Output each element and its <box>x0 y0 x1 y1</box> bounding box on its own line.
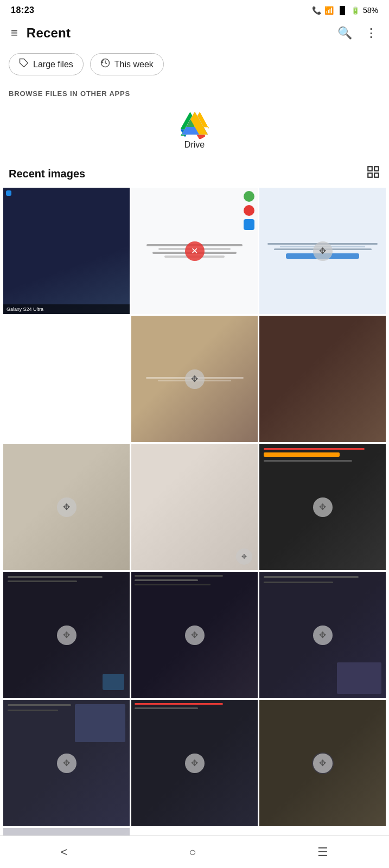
more-options-icon[interactable]: ⋮ <box>362 24 380 42</box>
status-time: 18:23 <box>11 5 34 15</box>
this-week-icon <box>100 58 110 71</box>
expand-icon-6[interactable]: ✥ <box>57 497 76 517</box>
svg-rect-10 <box>368 167 372 171</box>
image-cell-10[interactable]: ✥ <box>131 572 258 698</box>
svg-rect-13 <box>374 173 379 177</box>
expand-icon-2[interactable]: ✕ <box>185 241 205 261</box>
expand-icon-14[interactable]: ✥ <box>313 754 333 773</box>
recent-images-title: Recent images <box>9 168 85 180</box>
large-files-icon <box>19 58 29 71</box>
svg-rect-11 <box>374 167 379 171</box>
expand-icon-3[interactable]: ✥ <box>313 241 333 261</box>
image-cell-9[interactable]: ✥ <box>3 572 130 698</box>
image-cell-3[interactable]: ✥ <box>259 188 386 314</box>
top-bar: ≡ Recent 🔍 ⋮ <box>0 20 389 47</box>
recent-images-header: Recent images <box>0 155 389 188</box>
recents-button[interactable]: ☰ <box>304 841 341 864</box>
image-cell-11[interactable]: ✥ <box>259 572 386 698</box>
bottom-nav: < ○ ☰ <box>0 835 389 868</box>
battery-icon: 🔋 <box>351 7 360 15</box>
wifi-icon: 📶 <box>324 6 334 15</box>
drive-section[interactable]: Drive <box>0 101 389 155</box>
this-week-label: This week <box>114 60 154 69</box>
image-cell-5[interactable] <box>259 316 386 442</box>
signal-icon: ▐▌ <box>337 6 348 15</box>
hamburger-icon[interactable]: ≡ <box>9 24 20 42</box>
expand-icon-4[interactable]: ✥ <box>185 369 205 389</box>
expand-icon-12[interactable]: ✥ <box>57 754 76 773</box>
large-files-chip[interactable]: Large files <box>9 53 84 75</box>
expand-icon-9[interactable]: ✥ <box>57 626 76 645</box>
grid-view-icon[interactable] <box>366 165 380 182</box>
image-cell-13[interactable]: ✥ <box>131 700 258 826</box>
drive-label: Drive <box>184 140 205 150</box>
status-bar: 18:23 📞 📶 ▐▌ 🔋 58% <box>0 0 389 20</box>
image-cell-1[interactable]: Galaxy S24 Ultra <box>3 188 130 314</box>
battery-percent: 58% <box>363 6 378 15</box>
google-drive-icon <box>181 111 209 136</box>
image-cell-14[interactable]: ✥ <box>259 700 386 826</box>
image-cell-4[interactable]: ✥ <box>131 316 258 442</box>
expand-icon-8[interactable]: ✥ <box>313 497 333 517</box>
image-grid: Galaxy S24 Ultra ✕ ✥ <box>0 188 389 868</box>
image-cell-12[interactable]: ✥ <box>3 700 130 826</box>
expand-icon-10[interactable]: ✥ <box>185 626 205 645</box>
image-cell-2[interactable]: ✕ <box>131 188 258 314</box>
this-week-chip[interactable]: This week <box>90 53 164 75</box>
expand-icon-13[interactable]: ✥ <box>185 754 205 773</box>
image-cell-7[interactable]: ✥ <box>131 444 258 570</box>
svg-rect-12 <box>368 173 372 177</box>
browse-files-heading: BROWSE FILES IN OTHER APPS <box>0 80 389 101</box>
image-cell-8[interactable]: ✥ <box>259 444 386 570</box>
search-icon[interactable]: 🔍 <box>334 24 355 42</box>
phone-icon: 📞 <box>312 6 321 15</box>
filter-chips: Large files This week <box>0 47 389 80</box>
back-button[interactable]: < <box>48 841 81 864</box>
large-files-label: Large files <box>33 60 73 69</box>
status-right-icons: 📞 📶 ▐▌ 🔋 58% <box>312 6 378 15</box>
home-button[interactable]: ○ <box>176 841 209 864</box>
page-title: Recent <box>27 25 328 41</box>
image-cell-6[interactable]: ✥ <box>3 444 130 570</box>
expand-icon-11[interactable]: ✥ <box>313 626 333 645</box>
